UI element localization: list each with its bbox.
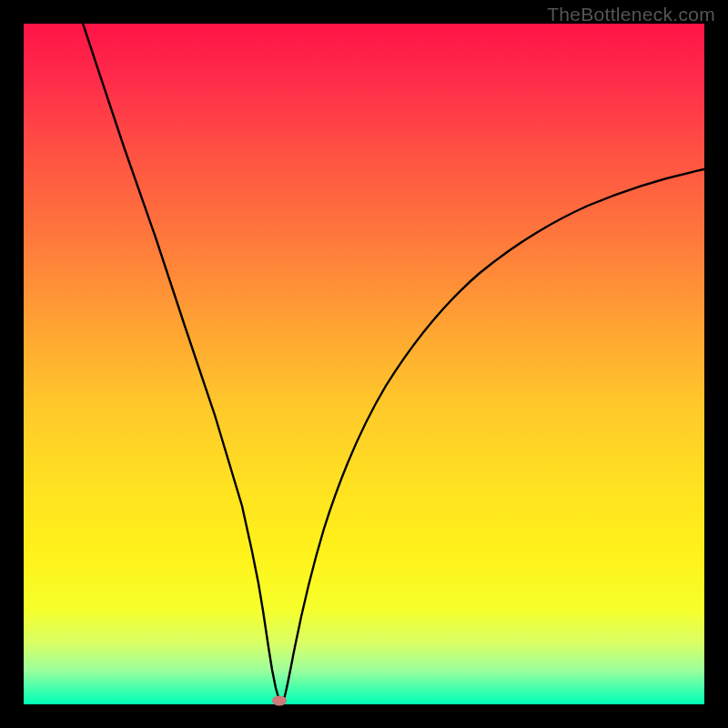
- watermark-text: TheBottleneck.com: [547, 4, 715, 25]
- chart-frame: [24, 24, 704, 704]
- bottleneck-curve: [71, 24, 704, 702]
- minimum-marker: [272, 696, 287, 706]
- chart-plot-area: [24, 24, 704, 704]
